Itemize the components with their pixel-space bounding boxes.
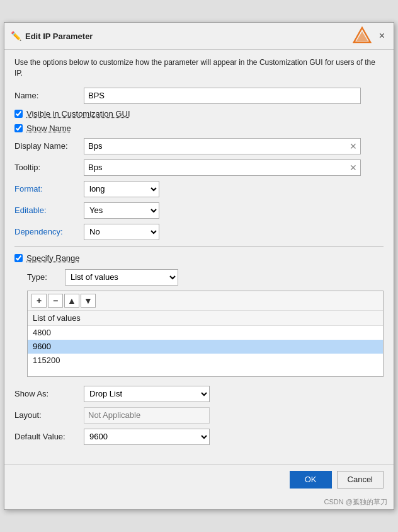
type-row: Type: List of values Range None [14,269,384,286]
dependency-row: Dependency: No Yes [14,224,384,240]
list-toolbar: + − ▲ ▼ [28,291,383,311]
tooltip-input[interactable] [84,161,346,173]
dependency-label: Dependency: [14,227,84,236]
format-select[interactable]: long short hex [84,181,159,197]
logo [353,26,372,45]
divider [14,246,384,247]
layout-row: Layout: [14,407,384,424]
show-name-label: Show Name [26,124,71,133]
display-name-clear-button[interactable]: ✕ [346,140,360,153]
editable-select[interactable]: Yes No [84,202,159,219]
show-as-row: Show As: Drop List Radio Buttons Text Fi… [14,386,384,402]
name-input[interactable] [84,88,361,104]
info-text: Use the options below to customize how t… [14,57,384,79]
show-name-checkbox-row: Show Name [14,124,384,133]
layout-label: Layout: [14,410,84,420]
type-select[interactable]: List of values Range None [65,269,178,286]
visible-checkbox-row: Visible in Customization GUI [14,109,384,119]
layout-input [84,407,210,424]
dialog-body: Use the options below to customize how t… [4,50,394,458]
visible-checkbox[interactable] [14,110,23,118]
tooltip-input-wrapper: ✕ [84,159,361,176]
watermark: CSDN @孤独的草刀 [4,496,394,509]
remove-item-button[interactable]: − [48,294,63,308]
list-container: + − ▲ ▼ List of values 4800 9600 115200 [27,291,384,377]
title-bar: ✏️ Edit IP Parameter × [4,23,394,50]
type-label: Type: [27,272,65,282]
edit-icon: ✏️ [11,31,21,41]
name-row: Name: [14,88,384,104]
display-name-row: Display Name: ✕ [14,138,384,154]
editable-label: Editable: [14,205,84,215]
dialog-title: Edit IP Parameter [25,32,93,41]
default-value-row: Default Value: 9600 4800 115200 [14,429,384,445]
edit-ip-parameter-dialog: ✏️ Edit IP Parameter × Use the options b… [4,22,394,510]
tooltip-row: Tooltip: ✕ [14,159,384,176]
show-as-label: Show As: [14,389,84,398]
move-up-button[interactable]: ▲ [64,294,79,308]
visible-label: Visible in Customization GUI [26,109,130,119]
list-item[interactable]: 4800 [28,326,383,340]
list-item[interactable]: 115200 [28,354,383,367]
specify-range-label: Specify Range [26,253,80,263]
show-as-select[interactable]: Drop List Radio Buttons Text Field [84,386,210,402]
dependency-select[interactable]: No Yes [84,224,159,240]
list-values-header: List of values [28,311,383,326]
add-item-button[interactable]: + [31,294,47,308]
specify-range-checkbox[interactable] [14,254,23,262]
close-button[interactable]: × [377,30,387,42]
title-bar-left: ✏️ Edit IP Parameter [11,31,93,41]
specify-range-header: Specify Range [14,253,384,263]
display-name-input[interactable] [84,140,346,152]
display-name-label: Display Name: [14,141,84,151]
name-label: Name: [14,91,84,100]
format-row: Format: long short hex [14,181,384,197]
show-name-checkbox[interactable] [14,124,23,132]
display-name-input-wrapper: ✕ [84,138,361,154]
tooltip-clear-button[interactable]: ✕ [346,161,360,174]
cancel-button[interactable]: Cancel [337,471,384,489]
default-value-label: Default Value: [14,432,84,441]
bottom-section: Show As: Drop List Radio Buttons Text Fi… [14,386,384,445]
tooltip-label: Tooltip: [14,163,84,172]
dialog-footer: OK Cancel [4,464,394,496]
ok-button[interactable]: OK [290,471,332,489]
specify-range-section: Specify Range Type: List of values Range… [14,253,384,377]
default-value-select[interactable]: 9600 4800 115200 [84,429,210,445]
editable-row: Editable: Yes No [14,202,384,219]
list-item[interactable]: 9600 [28,340,383,354]
move-down-button[interactable]: ▼ [81,294,96,308]
list-items: 4800 9600 115200 [28,326,383,376]
format-label: Format: [14,184,84,194]
